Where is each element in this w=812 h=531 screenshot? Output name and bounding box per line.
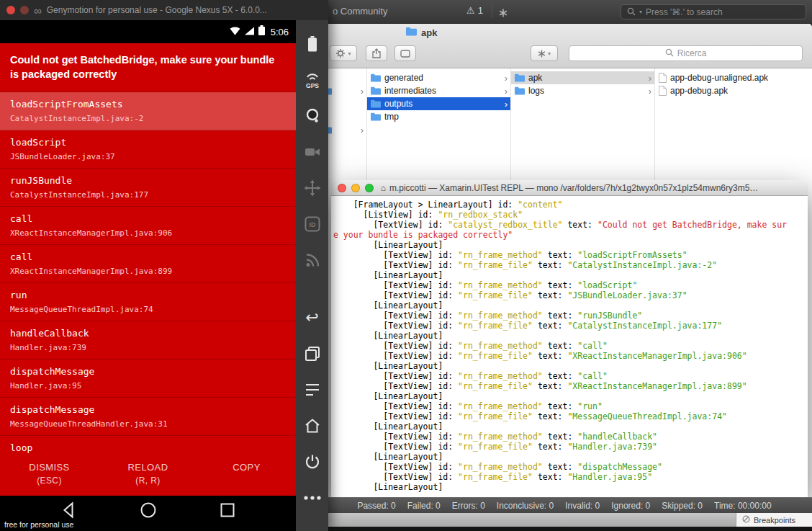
- device-id-tool-icon[interactable]: ID: [296, 206, 328, 242]
- action-menu-button[interactable]: ▾: [330, 45, 357, 61]
- finder-row[interactable]: generated›: [367, 71, 510, 84]
- tags-dropdown-button[interactable]: ▾: [531, 45, 558, 61]
- reload-button[interactable]: RELOAD (R, R): [99, 462, 197, 496]
- file-icon: [659, 73, 667, 83]
- redbox-frame[interactable]: dispatchMessageMessageQueueThreadHandler…: [0, 398, 296, 436]
- frame-method: run: [10, 290, 286, 300]
- terminal-window: ⌂ m.piccotti — Xamarin.UITest REPL — mon…: [331, 180, 808, 497]
- power-tool-icon[interactable]: [296, 444, 328, 480]
- share-button[interactable]: [366, 45, 387, 61]
- finder-row[interactable]: apk›: [511, 71, 654, 84]
- frame-method: loadScript: [10, 137, 286, 148]
- redbox-frame[interactable]: handleCallbackHandler.java:739: [0, 321, 296, 360]
- broadcast-tool-icon[interactable]: [296, 242, 328, 278]
- svg-text:GPS: GPS: [306, 82, 319, 89]
- close-button[interactable]: [338, 184, 346, 192]
- minimize-button[interactable]: [351, 184, 360, 192]
- terminal-line: [LinearLayout]: [333, 452, 806, 462]
- settings-flower-icon[interactable]: [499, 7, 508, 20]
- chevron-down-icon: ▾: [348, 50, 351, 57]
- finder-toolbar: apk ▾ ▾ Ricerca: [318, 24, 812, 68]
- redbox-frame[interactable]: callXReactInstanceManagerImpl.java:906: [0, 207, 296, 245]
- terminal-titlebar[interactable]: ⌂ m.piccotti — Xamarin.UITest REPL — mon…: [331, 180, 808, 196]
- breakpoints-label: Breakpoints: [754, 516, 795, 525]
- recent-apps-tool-icon[interactable]: [296, 336, 328, 372]
- home-tool-icon[interactable]: [296, 408, 328, 444]
- terminal-line: [TextView] id: "rn_frame_file" text: "XR…: [333, 381, 806, 391]
- redbox-frame[interactable]: loadScriptFromAssetsCatalystInstanceImpl…: [0, 92, 296, 130]
- terminal-line: [TextView] id: "rn_frame_file" text: "Ca…: [333, 321, 806, 331]
- finder-row[interactable]: outputs›: [367, 97, 510, 110]
- finder-search-placeholder: Ricerca: [677, 48, 707, 58]
- close-button[interactable]: [6, 6, 15, 14]
- search-icon: [665, 48, 674, 59]
- stat-item: Inconclusive: 0: [497, 501, 554, 511]
- frame-method: runJSBundle: [10, 175, 286, 186]
- redbox-frame[interactable]: runJSBundleCatalystInstanceImpl.java:177: [0, 169, 296, 207]
- ide-search-input[interactable]: ▾ Press '⌘.' to search: [621, 4, 806, 19]
- breakpoints-tab[interactable]: Breakpoints: [736, 513, 812, 527]
- terminal-line: [TextView] id: "rn_frame_method" text: "…: [333, 311, 806, 321]
- warning-indicator[interactable]: ⚠ 1: [466, 5, 483, 16]
- minimize-button[interactable]: [20, 6, 29, 14]
- finder-row[interactable]: app-debug-unaligned.apk: [655, 71, 812, 84]
- warning-count: 1: [478, 5, 483, 16]
- recents-button[interactable]: [218, 501, 237, 522]
- redbox-frame[interactable]: loopLooper.java:148: [0, 436, 296, 458]
- more-options-icon[interactable]: [296, 480, 328, 516]
- cell-signal-icon: [245, 25, 254, 38]
- stat-item: Time: 00:00:00: [714, 501, 772, 511]
- topbar-divider: [492, 4, 492, 19]
- search-icon: [627, 6, 636, 19]
- redbox-frame[interactable]: dispatchMessageHandler.java:95: [0, 360, 296, 398]
- window-controls: [338, 184, 374, 192]
- genymotion-title: Genymotion for personal use - Google Nex…: [47, 5, 267, 15]
- terminal-line: [LinearLayout]: [333, 391, 806, 401]
- battery-tool-icon[interactable]: [296, 26, 328, 62]
- copy-button[interactable]: COPY: [197, 462, 296, 496]
- terminal-line: [TextView] id: "rn_frame_file" text: "Me…: [333, 411, 806, 421]
- frame-file: XReactInstanceManagerImpl.java:906: [10, 228, 286, 238]
- proxy-home-icon: ⌂: [381, 183, 386, 193]
- redbox-frame[interactable]: runMessageQueueThreadImpl.java:74: [0, 283, 296, 321]
- redbox-frame[interactable]: loadScriptJSBundleLoader.java:37: [0, 130, 296, 169]
- gps-tool-icon[interactable]: GPS: [296, 62, 328, 98]
- redbox-frame-list: loadScriptFromAssetsCatalystInstanceImpl…: [0, 92, 296, 458]
- terminal-line: [TextView] id: "rn_frame_method" text: "…: [333, 462, 806, 472]
- frame-file: CatalystInstanceImpl.java:-2: [10, 114, 286, 123]
- frame-method: handleCallback: [10, 328, 286, 339]
- folder-icon: [371, 86, 381, 95]
- frame-file: CatalystInstanceImpl.java:177: [10, 190, 286, 200]
- screencast-tool-icon[interactable]: [296, 134, 328, 170]
- back-button[interactable]: [60, 501, 78, 522]
- genymotion-titlebar[interactable]: ∞ Genymotion for personal use - Google N…: [0, 0, 328, 20]
- finder-row[interactable]: tmp: [367, 110, 510, 123]
- camera-tool-icon[interactable]: [296, 98, 328, 134]
- terminal-line: [TextView] id: "rn_frame_file" text: "Ha…: [333, 472, 806, 482]
- terminal-line: [ListView] id: "rn_redbox_stack": [333, 210, 806, 220]
- folder-icon: [515, 73, 525, 82]
- move-tool-icon[interactable]: [296, 170, 328, 206]
- redbox-buttons: DISMISS (ESC) RELOAD (R, R) COPY: [0, 458, 296, 496]
- dismiss-button[interactable]: DISMISS (ESC): [0, 462, 99, 496]
- chevron-right-icon: ›: [505, 99, 508, 109]
- zoom-button[interactable]: [365, 184, 374, 192]
- menu-tool-icon[interactable]: [296, 372, 328, 408]
- terminal-line: [LinearLayout]: [333, 482, 806, 492]
- terminal-line: [TextView] id: "rn_frame_method" text: "…: [333, 280, 806, 290]
- back-arrow-icon: ↩: [305, 310, 318, 326]
- rotate-back-tool-icon[interactable]: ↩: [296, 300, 328, 336]
- finder-row[interactable]: app-debug.apk: [655, 84, 812, 97]
- redbox-frame[interactable]: callXReactInstanceManagerImpl.java:899: [0, 245, 296, 283]
- finder-item-label: generated: [384, 73, 423, 83]
- tag-button[interactable]: [394, 45, 416, 61]
- terminal-output[interactable]: [FrameLayout > LinearLayout] id: "conten…: [331, 196, 808, 496]
- button-sublabel: (ESC): [0, 476, 99, 486]
- stat-item: Failed: 0: [407, 501, 441, 511]
- folder-icon: [515, 86, 525, 95]
- terminal-line: [LinearLayout]: [333, 361, 806, 371]
- finder-row[interactable]: intermediates›: [367, 84, 510, 97]
- finder-row[interactable]: logs›: [511, 84, 654, 97]
- finder-search-input[interactable]: Ricerca: [569, 45, 803, 61]
- home-button[interactable]: [139, 501, 158, 522]
